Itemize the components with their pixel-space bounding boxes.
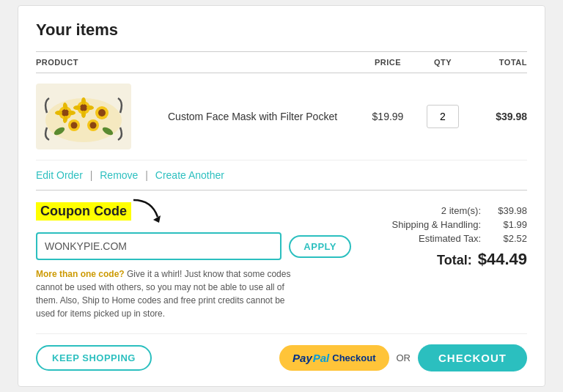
svg-point-13 <box>55 111 62 115</box>
coupon-hint-bold: More than one code? <box>36 269 125 279</box>
summary-section: 2 item(s): $39.98 Shipping & Handling: $… <box>366 202 527 320</box>
product-price: $19.99 <box>358 111 417 122</box>
total-row: Total: $44.49 <box>366 250 527 269</box>
remove-link[interactable]: Remove <box>100 169 138 181</box>
coupon-input-row: APPLY <box>36 232 351 260</box>
summary-shipping-row: Shipping & Handling: $1.99 <box>366 219 527 230</box>
table-header: PRODUCT PRICE QTY TOTAL <box>36 51 527 73</box>
paypal-checkout-text: Checkout <box>332 352 375 363</box>
summary-tax-row: Estimated Tax: $2.52 <box>366 233 527 244</box>
total-label: Total: <box>437 253 472 268</box>
create-another-link[interactable]: Create Another <box>155 169 224 181</box>
page-title: Your items <box>36 21 527 40</box>
or-text: OR <box>397 352 411 363</box>
col-price: PRICE <box>358 58 417 67</box>
summary-items-row: 2 item(s): $39.98 <box>366 205 527 216</box>
coupon-section: Coupon Code APPLY More than one code? Gi… <box>36 202 351 320</box>
arrow-icon <box>130 196 166 226</box>
keep-shopping-button[interactable]: KEEP SHOPPING <box>36 345 152 371</box>
svg-point-8 <box>71 122 78 129</box>
bottom-section: Coupon Code APPLY More than one code? Gi… <box>36 191 527 320</box>
separator-2: | <box>145 169 148 181</box>
product-name: Custom Face Mask with Filter Pocket <box>168 111 358 122</box>
svg-point-16 <box>81 111 86 118</box>
checkout-button[interactable]: CHECKOUT <box>418 344 527 371</box>
paypal-pal-letters: Pal <box>313 352 330 364</box>
col-total: TOTAL <box>468 58 527 67</box>
svg-point-10 <box>90 122 97 129</box>
total-value: $44.49 <box>478 250 527 269</box>
svg-point-18 <box>87 106 94 110</box>
shipping-label: Shipping & Handling: <box>392 219 481 230</box>
product-row: Custom Face Mask with Filter Pocket $19.… <box>36 73 527 160</box>
mask-svg <box>43 87 124 146</box>
col-qty: QTY <box>417 58 468 67</box>
shopping-cart-card: Your items PRODUCT PRICE QTY TOTAL <box>18 5 545 387</box>
svg-point-17 <box>73 106 81 110</box>
coupon-label-wrapper: Coupon Code <box>36 202 131 221</box>
svg-point-14 <box>68 111 76 115</box>
shipping-value: $1.99 <box>487 219 527 230</box>
svg-point-6 <box>98 109 106 117</box>
coupon-input[interactable] <box>36 232 282 260</box>
coupon-hint: More than one code? Give it a whirl! Jus… <box>36 267 300 320</box>
apply-button[interactable]: APPLY <box>289 235 351 258</box>
col-spacer <box>168 58 358 67</box>
items-label: 2 item(s): <box>441 205 481 216</box>
separator-1: | <box>90 169 93 181</box>
svg-point-4 <box>80 104 87 111</box>
footer-buttons: KEEP SHOPPING PayPal Checkout OR CHECKOU… <box>36 333 527 371</box>
product-image <box>36 84 131 149</box>
product-total: $39.98 <box>468 111 527 122</box>
paypal-checkout-button[interactable]: PayPal Checkout <box>279 345 389 371</box>
edit-order-link[interactable]: Edit Order <box>36 169 83 181</box>
tax-value: $2.52 <box>487 233 527 244</box>
qty-input[interactable] <box>427 105 459 128</box>
svg-point-2 <box>62 109 69 117</box>
col-product: PRODUCT <box>36 58 168 67</box>
right-buttons: PayPal Checkout OR CHECKOUT <box>279 344 527 371</box>
paypal-logo: PayPal <box>292 352 329 364</box>
actions-row: Edit Order | Remove | Create Another <box>36 160 527 191</box>
items-value: $39.98 <box>487 205 527 216</box>
qty-box <box>417 105 468 128</box>
coupon-label: Coupon Code <box>36 202 131 221</box>
tax-label: Estimated Tax: <box>419 233 481 244</box>
paypal-p-letter: Pay <box>292 352 312 364</box>
svg-point-15 <box>81 97 86 105</box>
